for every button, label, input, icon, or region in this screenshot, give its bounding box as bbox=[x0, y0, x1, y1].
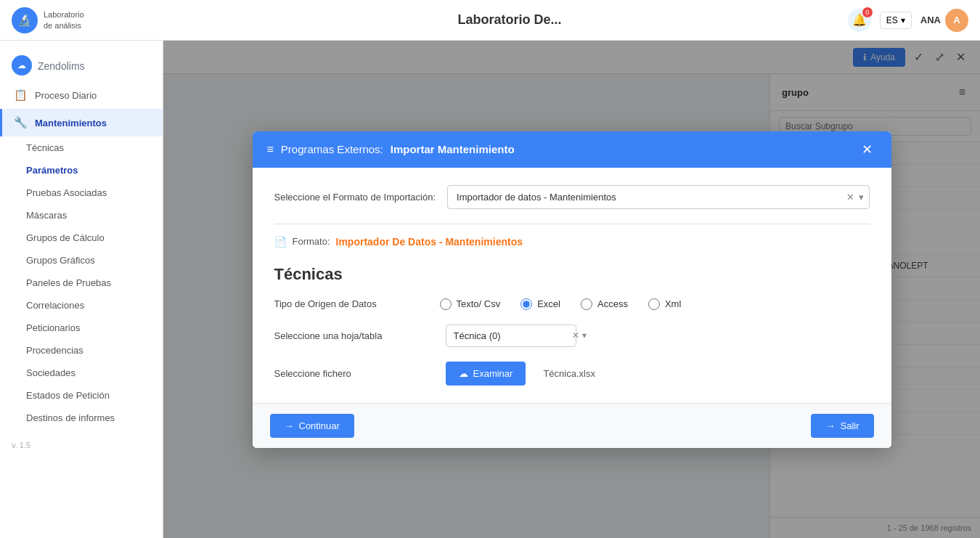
data-source-label: Tipo de Origen de Datos bbox=[274, 298, 434, 309]
sidebar-item-mantenimientos[interactable]: 🔧 Mantenimientos bbox=[0, 109, 163, 136]
notification-icon[interactable]: 🔔 0 bbox=[848, 9, 871, 32]
sidebar: ☁ Zendolims 📋 Proceso Diario 🔧 Mantenimi… bbox=[0, 41, 163, 538]
radio-option-xml[interactable]: Xml bbox=[648, 298, 681, 310]
sidebar-sub-grupos-graficos[interactable]: Grupos Gráficos bbox=[0, 249, 163, 272]
sidebar-item-proceso-diario[interactable]: 📋 Proceso Diario bbox=[0, 81, 163, 109]
lang-chevron-icon: ▾ bbox=[901, 15, 905, 25]
modal-dialog: ≡ Programas Externos: Importar Mantenimi… bbox=[253, 131, 891, 448]
language-selector[interactable]: ES ▾ bbox=[880, 12, 912, 29]
lab-logo-icon: 🔬 bbox=[12, 7, 38, 33]
app-layout: 🔬 Laboratorio de análisis Laboratorio De… bbox=[0, 0, 980, 538]
header-right: 🔔 0 ES ▾ ANA A bbox=[848, 9, 968, 32]
modal-header-icon: ≡ bbox=[267, 143, 274, 156]
exit-button[interactable]: → Salir bbox=[811, 414, 873, 438]
user-name-label: ANA bbox=[920, 15, 941, 25]
sidebar-sub-paneles-pruebas[interactable]: Paneles de Pruebas bbox=[0, 272, 163, 294]
radio-option-texto-csv[interactable]: Texto/ Csv bbox=[440, 298, 501, 310]
sheet-select-icons: ✕ ▾ bbox=[572, 330, 587, 341]
radio-options-group: Texto/ Csv Excel Access bbox=[440, 298, 682, 310]
modal-header: ≡ Programas Externos: Importar Mantenimi… bbox=[253, 131, 891, 168]
sheet-clear-icon[interactable]: ✕ bbox=[572, 330, 579, 341]
main-content: ℹ Ayuda ✓ ⤢ ✕ grupo bbox=[163, 41, 980, 538]
format-section: 📄 Formato: Importador De Datos - Manteni… bbox=[274, 236, 870, 248]
radio-input-xml[interactable] bbox=[648, 298, 660, 310]
user-avatar: A bbox=[945, 9, 968, 32]
sidebar-sub-correlaciones[interactable]: Correlaciones bbox=[0, 294, 163, 317]
continue-label: Continuar bbox=[299, 420, 340, 431]
language-label: ES bbox=[886, 15, 898, 25]
sidebar-sub-mascaras[interactable]: Máscaras bbox=[0, 204, 163, 227]
sidebar-sub-peticionarios[interactable]: Peticionarios bbox=[0, 317, 163, 339]
select-dropdown-icon[interactable]: ▾ bbox=[859, 192, 864, 203]
exit-label: Salir bbox=[840, 420, 859, 431]
proceso-diario-label: Proceso Diario bbox=[35, 90, 97, 101]
format-doc-icon: 📄 bbox=[274, 236, 287, 248]
examinar-upload-icon: ☁ bbox=[459, 368, 468, 379]
import-format-row: Seleccione el Formato de Importación: Im… bbox=[274, 185, 870, 209]
sidebar-sub-estados-peticion[interactable]: Estados de Petición bbox=[0, 384, 163, 407]
content-area: ☁ Zendolims 📋 Proceso Diario 🔧 Mantenimi… bbox=[0, 41, 980, 538]
continue-button[interactable]: → Continuar bbox=[270, 414, 354, 438]
header-title: Laboratorio De... bbox=[457, 12, 561, 28]
radio-label-access: Access bbox=[597, 298, 628, 309]
radio-option-excel[interactable]: Excel bbox=[520, 298, 560, 310]
sidebar-sub-sociedades[interactable]: Sociedades bbox=[0, 362, 163, 384]
radio-label-texto-csv: Texto/ Csv bbox=[457, 298, 501, 309]
file-select-row: Seleccione fichero ☁ Examinar Técnica.xl… bbox=[274, 362, 870, 386]
tecnicas-title: Técnicas bbox=[274, 265, 870, 284]
radio-label-xml: Xml bbox=[665, 298, 681, 309]
sidebar-sub-grupos-calculo[interactable]: Grupos de Cálculo bbox=[0, 227, 163, 249]
examinar-button[interactable]: ☁ Examinar bbox=[446, 362, 526, 386]
logo-area: 🔬 Laboratorio de análisis bbox=[12, 7, 171, 33]
sidebar-sub-tecnicas[interactable]: Técnicas bbox=[0, 136, 163, 159]
modal-body: Seleccione el Formato de Importación: Im… bbox=[253, 168, 891, 403]
format-label-text: Formato: bbox=[293, 236, 330, 247]
sheet-select[interactable]: Técnica (0) bbox=[446, 325, 576, 347]
radio-input-excel[interactable] bbox=[520, 298, 532, 310]
sidebar-sub-parametros[interactable]: Parámetros bbox=[0, 159, 163, 182]
sheet-select-wrapper: Técnica (0) ✕ ▾ bbox=[446, 325, 591, 347]
file-label: Seleccione fichero bbox=[274, 368, 434, 379]
mantenimientos-icon: 🔧 bbox=[14, 116, 28, 129]
mantenimientos-label: Mantenimientos bbox=[35, 118, 107, 129]
logo-line1: Laboratorio bbox=[44, 9, 84, 20]
radio-input-texto-csv[interactable] bbox=[440, 298, 452, 310]
notification-badge: 0 bbox=[862, 7, 873, 17]
proceso-diario-icon: 📋 bbox=[14, 89, 28, 102]
modal-overlay: ≡ Programas Externos: Importar Mantenimi… bbox=[163, 41, 980, 538]
logo-line2: de análisis bbox=[44, 20, 84, 30]
zendo-brand-text: Zendolims bbox=[38, 58, 85, 73]
divider bbox=[274, 224, 870, 224]
exit-arrow-icon: → bbox=[825, 420, 835, 431]
modal-close-button[interactable]: ✕ bbox=[857, 142, 877, 158]
zendo-logo-icon: ☁ bbox=[12, 55, 32, 76]
sidebar-version: v. 1.5 bbox=[0, 435, 163, 455]
selected-file-name: Técnica.xlsx bbox=[543, 368, 595, 379]
radio-input-access[interactable] bbox=[581, 298, 592, 310]
modal-title-prefix: Programas Externos: bbox=[281, 143, 383, 155]
import-format-select[interactable]: Importador de datos - Mantenimientos bbox=[447, 185, 869, 209]
sidebar-sub-procedencias[interactable]: Procedencias bbox=[0, 339, 163, 362]
data-source-row: Tipo de Origen de Datos Texto/ Csv Excel bbox=[274, 298, 870, 310]
radio-option-access[interactable]: Access bbox=[581, 298, 628, 310]
sidebar-brand: ☁ Zendolims bbox=[0, 46, 163, 81]
select-clear-icon[interactable]: ✕ bbox=[846, 192, 854, 203]
user-menu-button[interactable]: ANA A bbox=[920, 9, 968, 32]
sheet-dropdown-icon[interactable]: ▾ bbox=[582, 330, 587, 341]
sidebar-sub-pruebas-asociadas[interactable]: Pruebas Asociadas bbox=[0, 182, 163, 204]
format-name-text: Importador De Datos - Mantenimientos bbox=[336, 236, 523, 248]
examinar-label: Examinar bbox=[473, 368, 513, 379]
sheet-label: Seleccione una hoja/tabla bbox=[274, 330, 434, 341]
sheet-select-row: Seleccione una hoja/tabla Técnica (0) ✕ … bbox=[274, 325, 870, 347]
modal-title: Importar Mantenimiento bbox=[391, 143, 515, 155]
modal-footer: → Continuar → Salir bbox=[253, 403, 891, 448]
header-center: Laboratorio De... bbox=[171, 12, 848, 28]
sidebar-sub-destinos-informes[interactable]: Destinos de informes bbox=[0, 407, 163, 429]
top-header: 🔬 Laboratorio de análisis Laboratorio De… bbox=[0, 0, 980, 41]
modal-close-icon: ✕ bbox=[862, 142, 873, 157]
lab-logo-text: Laboratorio de análisis bbox=[44, 9, 84, 30]
radio-label-excel: Excel bbox=[537, 298, 560, 309]
import-format-select-wrapper: Importador de datos - Mantenimientos ✕ ▾ bbox=[447, 185, 869, 209]
modal-header-left: ≡ Programas Externos: Importar Mantenimi… bbox=[267, 143, 515, 156]
continue-arrow-icon: → bbox=[285, 420, 294, 431]
